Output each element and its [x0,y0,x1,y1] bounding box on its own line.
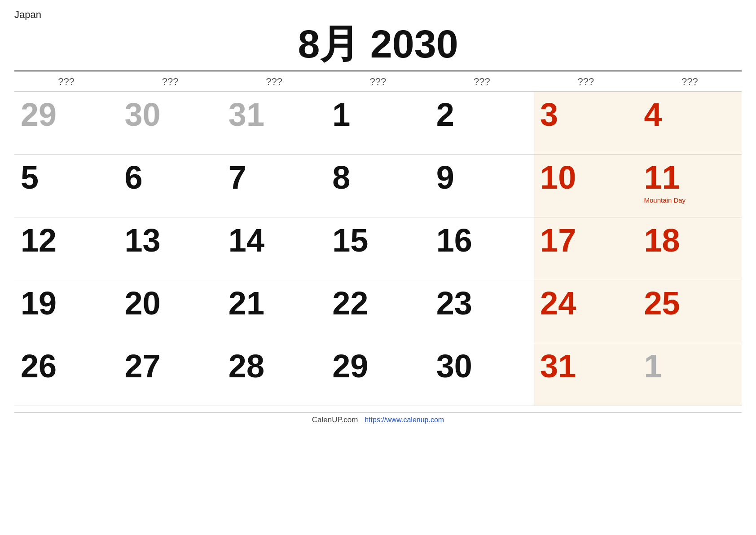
page-container: Japan 8月 2030 ????????????????????? 2930… [14,9,742,427]
calendar-cell-w1d6: 11Mountain Day [638,154,742,217]
calendar-cell-w4d2: 28 [222,343,326,406]
weekday-col-0: ??? [14,71,118,92]
calendar-cell-w2d3: 15 [326,217,430,280]
calendar-cell-w4d3: 29 [326,343,430,406]
calendar-cell-w3d2: 21 [222,280,326,343]
calendar-cell-w0d6: 4 [638,91,742,154]
weekday-col-2: ??? [222,71,326,92]
calendar-cell-w2d2: 14 [222,217,326,280]
calendar-cell-w3d4: 23 [430,280,534,343]
day-number: 21 [229,286,320,321]
day-number: 4 [644,97,735,133]
calendar-cell-w2d6: 18 [638,217,742,280]
calendar-cell-w1d1: 6 [118,154,222,217]
day-number: 3 [540,97,631,133]
calendar-cell-w3d1: 20 [118,280,222,343]
day-number: 30 [124,97,215,133]
day-number: 29 [21,97,112,133]
day-number: 31 [229,97,320,133]
day-number: 2 [436,97,527,133]
day-number: 19 [21,286,112,321]
calendar-week-0: 2930311234 [14,91,742,154]
day-number: 22 [332,286,423,321]
day-number: 20 [124,286,215,321]
calendar-cell-w0d0: 29 [14,91,118,154]
day-number: 17 [540,223,631,258]
calendar-cell-w1d0: 5 [14,154,118,217]
calendar-cell-w0d2: 31 [222,91,326,154]
footer: CalenUP.com https://www.calenup.com [14,412,742,427]
calendar-cell-w1d5: 10 [534,154,637,217]
day-number: 15 [332,223,423,258]
day-number: 27 [124,349,215,384]
calendar-cell-w3d3: 22 [326,280,430,343]
weekday-col-5: ??? [534,71,637,92]
calendar-cell-w4d5: 31 [534,343,637,406]
calendar-cell-w0d1: 30 [118,91,222,154]
calendar-cell-w0d4: 2 [430,91,534,154]
calendar-cell-w3d5: 24 [534,280,637,343]
day-number: 16 [436,223,527,258]
weekday-col-3: ??? [326,71,430,92]
calendar-cell-w4d6: 1 [638,343,742,406]
day-number: 5 [21,160,112,195]
weekday-col-6: ??? [638,71,742,92]
day-number: 11 [644,160,735,195]
calendar-cell-w3d6: 25 [638,280,742,343]
calendar-week-1: 567891011Mountain Day [14,154,742,217]
calendar-cell-w2d5: 17 [534,217,637,280]
day-number: 10 [540,160,631,195]
calendar-cell-w0d3: 1 [326,91,430,154]
calendar-cell-w1d2: 7 [222,154,326,217]
calendar-cell-w1d4: 9 [430,154,534,217]
calendar-cell-w1d3: 8 [326,154,430,217]
calendar-cell-w2d1: 13 [118,217,222,280]
calendar-week-3: 19202122232425 [14,280,742,343]
holiday-label: Mountain Day [644,196,735,204]
day-number: 1 [332,97,423,133]
calendar-cell-w2d0: 12 [14,217,118,280]
country-label: Japan [14,9,742,21]
day-number: 7 [229,160,320,195]
calendar-week-4: 2627282930311 [14,343,742,406]
day-number: 1 [644,349,735,384]
calendar-cell-w0d5: 3 [534,91,637,154]
day-number: 6 [124,160,215,195]
day-number: 29 [332,349,423,384]
calendar-body: 2930311234567891011Mountain Day121314151… [14,91,742,406]
day-number: 24 [540,286,631,321]
footer-site-name: CalenUP.com [312,416,358,424]
day-number: 28 [229,349,320,384]
day-number: 25 [644,286,735,321]
month-title: 8月 2030 [14,22,742,66]
calendar-week-2: 12131415161718 [14,217,742,280]
day-number: 12 [21,223,112,258]
weekday-header-row: ????????????????????? [14,71,742,92]
calendar-cell-w4d1: 27 [118,343,222,406]
weekday-col-4: ??? [430,71,534,92]
day-number: 31 [540,349,631,384]
calendar-table: ????????????????????? 293031123456789101… [14,71,742,406]
day-number: 9 [436,160,527,195]
day-number: 13 [124,223,215,258]
calendar-cell-w4d4: 30 [430,343,534,406]
day-number: 8 [332,160,423,195]
weekday-col-1: ??? [118,71,222,92]
day-number: 26 [21,349,112,384]
footer-url[interactable]: https://www.calenup.com [365,416,444,424]
day-number: 23 [436,286,527,321]
calendar-cell-w2d4: 16 [430,217,534,280]
day-number: 18 [644,223,735,258]
day-number: 14 [229,223,320,258]
calendar-cell-w4d0: 26 [14,343,118,406]
day-number: 30 [436,349,527,384]
calendar-cell-w3d0: 19 [14,280,118,343]
